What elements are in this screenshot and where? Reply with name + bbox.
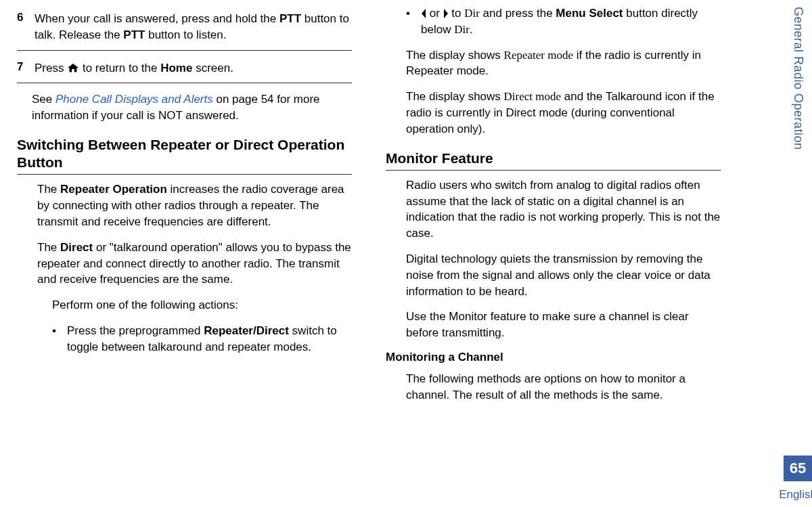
ptt-label: PTT: [123, 28, 145, 41]
term: Repeater Operation: [60, 183, 167, 196]
text: The display shows: [406, 49, 504, 62]
note-paragraph: See Phone Call Displays and Alerts on pa…: [32, 91, 352, 124]
text: The display shows: [406, 90, 504, 103]
heading-rule: [386, 170, 721, 171]
bullet-icon: •: [406, 5, 421, 38]
text: or: [426, 7, 443, 20]
page-sidebar: General Radio Operation 65 English: [784, 0, 812, 507]
text: .: [470, 23, 473, 36]
subsection-body: The following methods are options on how…: [406, 371, 721, 403]
section-body: The Repeater Operation increases the rad…: [37, 181, 352, 313]
list-item: • or to Dir and press the Menu Select bu…: [406, 5, 721, 38]
paragraph: The Repeater Operation increases the rad…: [37, 181, 352, 229]
cross-reference-link[interactable]: Phone Call Displays and Alerts: [55, 93, 213, 106]
heading-monitor-feature: Monitor Feature: [386, 150, 721, 167]
paragraph: Use the Monitor feature to make sure a c…: [406, 309, 721, 341]
step-7: 7 Press to return to the Home screen.: [17, 55, 352, 82]
list-item-body: or to Dir and press the Menu Select butt…: [421, 5, 721, 38]
text: Press: [35, 62, 67, 74]
display-text: Direct mode: [504, 90, 562, 103]
paragraph: The display shows Repeater mode if the r…: [406, 47, 721, 80]
page-number: 65: [784, 456, 812, 481]
paragraph: The display shows Direct mode and the Ta…: [406, 89, 721, 137]
step-body: When your call is answered, press and ho…: [35, 11, 352, 43]
display-text: Dir: [464, 7, 480, 20]
term: Direct: [60, 241, 93, 254]
text: and press the: [480, 7, 556, 20]
divider: [17, 50, 352, 51]
action-intro: Perform one of the following actions:: [52, 297, 352, 313]
section-body: Radio users who switch from analog to di…: [406, 177, 721, 341]
step-list: 6 When your call is answered, press and …: [17, 5, 352, 83]
text: screen.: [192, 62, 233, 74]
text: The: [37, 241, 60, 254]
text: to: [449, 7, 465, 20]
display-text: Dir: [454, 23, 470, 36]
text: When your call is answered, press and ho…: [35, 12, 279, 25]
result-block: The display shows Repeater mode if the r…: [406, 47, 721, 137]
step-6: 6 When your call is answered, press and …: [17, 5, 352, 49]
term: Repeater/Direct: [204, 324, 289, 337]
bullet-list: • Press the preprogrammed Repeater/Direc…: [52, 323, 352, 355]
paragraph: The following methods are options on how…: [406, 371, 721, 403]
heading-rule: [17, 174, 352, 175]
term: Menu Select: [556, 7, 623, 20]
home-label: Home: [160, 62, 192, 74]
bullet-icon: •: [52, 323, 67, 355]
right-arrow-icon: [443, 7, 449, 18]
page: 6 When your call is answered, press and …: [0, 0, 812, 507]
language-label: English: [779, 481, 812, 507]
step-number: 7: [17, 60, 35, 76]
text: to return to the: [79, 62, 160, 74]
text: button to listen.: [145, 28, 226, 41]
step-body: Press to return to the Home screen.: [35, 60, 352, 76]
bullet-list-cont: • or to Dir and press the Menu Select bu…: [406, 5, 721, 38]
heading-switching-repeater-direct: Switching Between Repeater or Direct Ope…: [17, 136, 352, 172]
left-arrow-icon: [421, 7, 426, 18]
display-text: Repeater mode: [504, 49, 573, 62]
ptt-label: PTT: [279, 12, 301, 25]
paragraph: Radio users who switch from analog to di…: [406, 177, 721, 242]
text: See: [32, 93, 55, 106]
paragraph: Digital technology quiets the transmissi…: [406, 251, 721, 299]
step-number: 6: [17, 11, 35, 43]
text: The: [37, 183, 60, 196]
paragraph: The Direct or "talkaround operation" all…: [37, 240, 352, 288]
home-icon: [67, 62, 79, 72]
heading-monitoring-channel: Monitoring a Channel: [386, 351, 721, 364]
section-label: General Radio Operation: [791, 7, 805, 150]
list-item-body: Press the preprogrammed Repeater/Direct …: [67, 323, 352, 355]
column-left: 6 When your call is answered, press and …: [17, 5, 372, 507]
divider: [17, 83, 352, 83]
text: Press the preprogrammed: [67, 324, 204, 337]
column-right: • or to Dir and press the Menu Select bu…: [386, 5, 741, 507]
list-item: • Press the preprogrammed Repeater/Direc…: [52, 323, 352, 355]
